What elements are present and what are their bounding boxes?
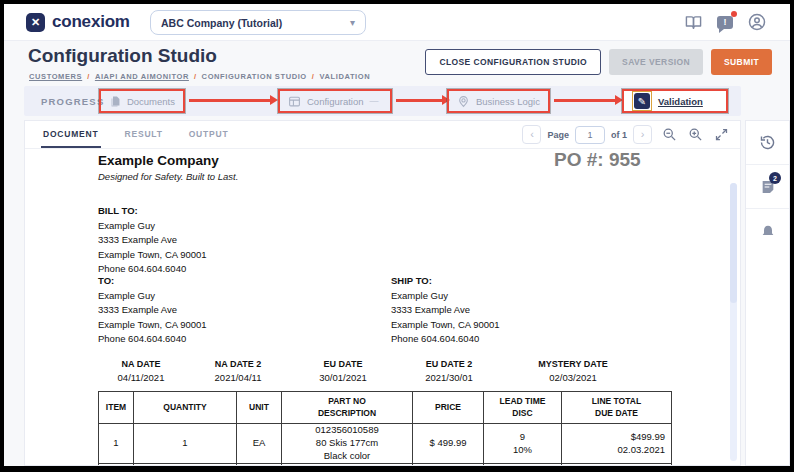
close-configuration-studio-button[interactable]: CLOSE CONFIGURATION STUDIO	[425, 49, 601, 75]
page-label: Page	[547, 130, 569, 140]
date-label: NA DATE 2	[191, 359, 285, 369]
to-line: 3333 Example Ave	[98, 303, 207, 318]
alert-bubble-icon: !	[717, 16, 733, 29]
breadcrumb-validation: VALIDATION	[320, 72, 371, 81]
tab-result[interactable]: RESULT	[123, 129, 165, 148]
document-viewer-panel: DOCUMENT RESULT OUTPUT ‹ Page of 1 › Exa…	[24, 120, 741, 466]
date-value: 30/01/2021	[285, 372, 401, 383]
doc-ship-to-block: SHIP TO: Example Guy 3333 Example Ave Ex…	[391, 274, 500, 347]
page-title: Configuration Studio	[28, 45, 217, 67]
ship-to-line: Phone 604.604.6040	[391, 332, 500, 347]
user-profile-icon[interactable]	[748, 13, 766, 31]
col-lead-time-disc: LEAD TIMEDISC	[484, 392, 562, 424]
progress-label: PROGRESS	[41, 96, 104, 107]
breadcrumb-configuration-studio: CONFIGURATION STUDIO	[202, 72, 307, 81]
progress-step-label: Validation	[658, 96, 703, 107]
to-heading: TO:	[98, 274, 207, 289]
cell-quantity: 1	[134, 424, 237, 464]
date-label: MYSTERY DATE	[497, 359, 649, 369]
version-history-button[interactable]	[746, 121, 789, 165]
doc-to-block: TO: Example Guy 3333 Example Ave Example…	[98, 274, 207, 347]
submit-button[interactable]: SUBMIT	[711, 49, 772, 75]
date-label: EU DATE	[285, 359, 401, 369]
notes-button[interactable]: 2	[746, 165, 789, 209]
save-version-button[interactable]: SAVE VERSION	[609, 49, 703, 75]
step-dash: —	[370, 96, 379, 106]
breadcrumb-separator: /	[312, 72, 315, 81]
progress-step-validation[interactable]: ✎ Validation	[622, 89, 728, 113]
zoom-out-icon[interactable]	[661, 126, 678, 143]
history-clock-icon	[759, 134, 776, 151]
col-price: PRICE	[413, 392, 484, 424]
page-header: Configuration Studio CUSTOMERS/AIAPI AND…	[4, 41, 790, 87]
doc-date: MYSTERY DATE 02/03/2021	[497, 359, 649, 383]
progress-step-configuration[interactable]: Configuration —	[278, 89, 392, 113]
validation-icon: ✎	[634, 93, 650, 109]
company-selector-value: ABC Company (Tutorial)	[161, 17, 282, 29]
date-value: 02/03/2021	[497, 372, 649, 383]
doc-date: EU DATE 30/01/2021	[285, 359, 401, 383]
page-count-label: of 1	[611, 130, 627, 140]
table-row: 1 1 EA 01235601058980 Skis 177cmBlack co…	[99, 424, 672, 464]
cell-lead-time-disc: 910%	[484, 424, 562, 464]
ship-to-line: 3333 Example Ave	[391, 303, 500, 318]
bill-to-heading: BILL TO:	[98, 204, 207, 219]
company-selector-dropdown[interactable]: ABC Company (Tutorial) ▾	[150, 10, 366, 35]
tab-output[interactable]: OUTPUT	[187, 129, 231, 148]
page-previous-button[interactable]: ‹	[522, 125, 541, 144]
bill-to-line: 3333 Example Ave	[98, 233, 207, 248]
cell-item: 1	[99, 424, 134, 464]
chevron-down-icon: ▾	[350, 17, 355, 28]
table-header-row: ITEM QUANTITY UNIT PART NODESCRIPTION PR…	[99, 392, 672, 424]
ship-to-line: Example Town, CA 90001	[391, 318, 500, 333]
fullscreen-icon[interactable]	[713, 126, 730, 143]
col-unit: UNIT	[237, 392, 282, 424]
date-label: NA DATE	[91, 359, 191, 369]
conexiom-logo-icon: ✕	[26, 13, 45, 32]
col-item: ITEM	[99, 392, 134, 424]
progress-step-documents[interactable]: Documents	[99, 89, 185, 113]
page-next-button[interactable]: ›	[633, 125, 652, 144]
progress-arrow	[396, 99, 443, 102]
to-line: Phone 604.604.6040	[98, 332, 207, 347]
progress-arrow	[189, 99, 271, 102]
top-bar: ✕ conexiom ABC Company (Tutorial) ▾ !	[4, 4, 790, 41]
progress-step-business-logic[interactable]: Business Logic	[447, 89, 550, 113]
to-line: Example Guy	[98, 289, 207, 304]
doc-dates-row: NA DATE 04/11/2021 NA DATE 2 2021/04/11 …	[91, 359, 649, 383]
notifications-icon[interactable]: !	[716, 13, 734, 31]
scrollbar-thumb[interactable]	[730, 183, 737, 303]
cell-line-total-due-date: $499.9902.03.2021	[562, 424, 672, 464]
cell-price: $ 499.99	[413, 424, 484, 464]
doc-tagline: Designed for Safety. Built to Last.	[98, 171, 238, 182]
doc-po-number: PO #: 955	[554, 149, 641, 171]
business-logic-icon	[457, 95, 470, 108]
bill-to-line: Example Guy	[98, 219, 207, 234]
documents-icon	[109, 95, 121, 108]
configuration-icon	[288, 95, 301, 108]
doc-date: NA DATE 2 2021/04/11	[191, 359, 285, 383]
tab-document[interactable]: DOCUMENT	[41, 129, 101, 148]
zoom-in-icon[interactable]	[687, 126, 704, 143]
breadcrumb-aiapi-and-aimonitor[interactable]: AIAPI AND AIMONITOR	[95, 72, 189, 81]
doc-bill-to-block: BILL TO: Example Guy 3333 Example Ave Ex…	[98, 204, 207, 277]
document-scrollbar[interactable]	[730, 183, 737, 461]
help-book-icon[interactable]	[684, 13, 702, 31]
conexiom-logo: ✕ conexiom	[26, 12, 130, 32]
doc-line-items-table: ITEM QUANTITY UNIT PART NODESCRIPTION PR…	[98, 391, 672, 465]
alerts-button[interactable]	[746, 209, 789, 253]
breadcrumb-customers[interactable]: CUSTOMERS	[29, 72, 82, 81]
page-number-input[interactable]	[575, 126, 605, 144]
breadcrumb-separator: /	[87, 72, 90, 81]
cell-part-no-description: 01235601058980 Skis 177cmBlack color	[282, 424, 413, 464]
right-toolbar: 2	[745, 120, 790, 466]
breadcrumb-separator: /	[194, 72, 197, 81]
ship-to-heading: SHIP TO:	[391, 274, 500, 289]
bell-icon	[760, 223, 776, 239]
notes-count-badge: 2	[769, 172, 781, 184]
bill-to-line: Example Town, CA 90001	[98, 248, 207, 263]
to-line: Example Town, CA 90001	[98, 318, 207, 333]
notification-dot	[731, 11, 737, 17]
conexiom-logo-text: conexiom	[52, 12, 130, 32]
cell-unit: EA	[237, 424, 282, 464]
